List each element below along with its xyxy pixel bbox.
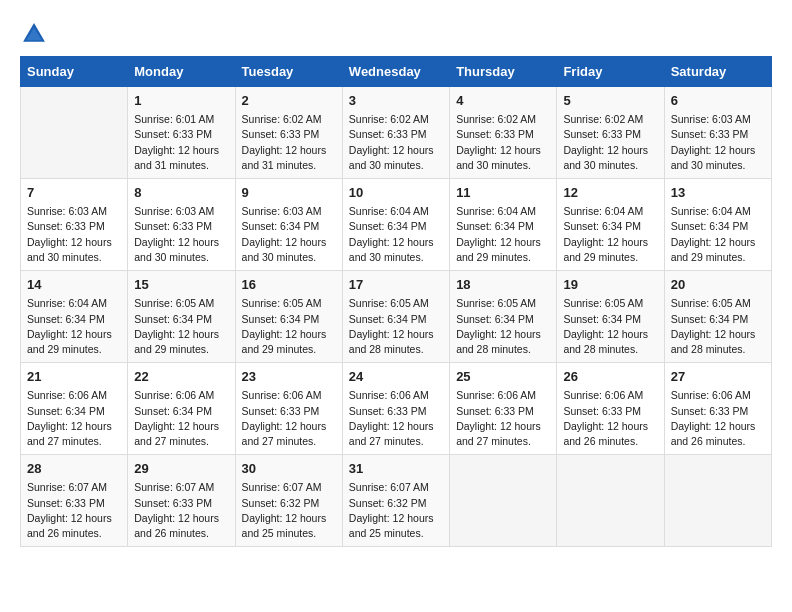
day-number: 10 [349,184,443,202]
col-header-thursday: Thursday [450,57,557,87]
day-info: Sunrise: 6:06 AMSunset: 6:33 PMDaylight:… [671,389,756,447]
calendar-cell: 24Sunrise: 6:06 AMSunset: 6:33 PMDayligh… [342,363,449,455]
calendar-cell [21,87,128,179]
calendar-cell: 16Sunrise: 6:05 AMSunset: 6:34 PMDayligh… [235,271,342,363]
page-header [20,20,772,48]
calendar-cell: 1Sunrise: 6:01 AMSunset: 6:33 PMDaylight… [128,87,235,179]
calendar-cell: 2Sunrise: 6:02 AMSunset: 6:33 PMDaylight… [235,87,342,179]
day-number: 4 [456,92,550,110]
day-number: 16 [242,276,336,294]
calendar-cell: 13Sunrise: 6:04 AMSunset: 6:34 PMDayligh… [664,179,771,271]
day-info: Sunrise: 6:07 AMSunset: 6:33 PMDaylight:… [134,481,219,539]
day-info: Sunrise: 6:04 AMSunset: 6:34 PMDaylight:… [27,297,112,355]
calendar-cell: 19Sunrise: 6:05 AMSunset: 6:34 PMDayligh… [557,271,664,363]
day-number: 9 [242,184,336,202]
calendar-cell: 14Sunrise: 6:04 AMSunset: 6:34 PMDayligh… [21,271,128,363]
calendar-cell: 7Sunrise: 6:03 AMSunset: 6:33 PMDaylight… [21,179,128,271]
day-info: Sunrise: 6:05 AMSunset: 6:34 PMDaylight:… [456,297,541,355]
day-info: Sunrise: 6:04 AMSunset: 6:34 PMDaylight:… [563,205,648,263]
calendar-cell [557,455,664,547]
calendar-cell: 18Sunrise: 6:05 AMSunset: 6:34 PMDayligh… [450,271,557,363]
calendar-cell: 21Sunrise: 6:06 AMSunset: 6:34 PMDayligh… [21,363,128,455]
day-info: Sunrise: 6:06 AMSunset: 6:33 PMDaylight:… [563,389,648,447]
day-info: Sunrise: 6:03 AMSunset: 6:34 PMDaylight:… [242,205,327,263]
day-info: Sunrise: 6:03 AMSunset: 6:33 PMDaylight:… [27,205,112,263]
day-number: 22 [134,368,228,386]
calendar-cell: 29Sunrise: 6:07 AMSunset: 6:33 PMDayligh… [128,455,235,547]
calendar-header-row: SundayMondayTuesdayWednesdayThursdayFrid… [21,57,772,87]
calendar-cell [450,455,557,547]
calendar-cell: 26Sunrise: 6:06 AMSunset: 6:33 PMDayligh… [557,363,664,455]
calendar-week-row: 28Sunrise: 6:07 AMSunset: 6:33 PMDayligh… [21,455,772,547]
calendar-cell: 3Sunrise: 6:02 AMSunset: 6:33 PMDaylight… [342,87,449,179]
day-number: 27 [671,368,765,386]
logo [20,20,52,48]
day-number: 30 [242,460,336,478]
day-number: 29 [134,460,228,478]
col-header-tuesday: Tuesday [235,57,342,87]
calendar-cell: 4Sunrise: 6:02 AMSunset: 6:33 PMDaylight… [450,87,557,179]
day-info: Sunrise: 6:03 AMSunset: 6:33 PMDaylight:… [134,205,219,263]
day-number: 1 [134,92,228,110]
day-info: Sunrise: 6:01 AMSunset: 6:33 PMDaylight:… [134,113,219,171]
day-info: Sunrise: 6:06 AMSunset: 6:34 PMDaylight:… [27,389,112,447]
day-number: 20 [671,276,765,294]
day-info: Sunrise: 6:04 AMSunset: 6:34 PMDaylight:… [349,205,434,263]
col-header-saturday: Saturday [664,57,771,87]
logo-icon [20,20,48,48]
day-info: Sunrise: 6:02 AMSunset: 6:33 PMDaylight:… [242,113,327,171]
calendar-cell: 25Sunrise: 6:06 AMSunset: 6:33 PMDayligh… [450,363,557,455]
calendar-cell: 27Sunrise: 6:06 AMSunset: 6:33 PMDayligh… [664,363,771,455]
day-info: Sunrise: 6:04 AMSunset: 6:34 PMDaylight:… [456,205,541,263]
day-info: Sunrise: 6:02 AMSunset: 6:33 PMDaylight:… [349,113,434,171]
day-number: 28 [27,460,121,478]
day-info: Sunrise: 6:07 AMSunset: 6:32 PMDaylight:… [242,481,327,539]
col-header-friday: Friday [557,57,664,87]
day-number: 25 [456,368,550,386]
day-info: Sunrise: 6:06 AMSunset: 6:33 PMDaylight:… [456,389,541,447]
col-header-monday: Monday [128,57,235,87]
day-number: 23 [242,368,336,386]
day-number: 7 [27,184,121,202]
day-info: Sunrise: 6:02 AMSunset: 6:33 PMDaylight:… [563,113,648,171]
calendar-cell: 8Sunrise: 6:03 AMSunset: 6:33 PMDaylight… [128,179,235,271]
calendar-cell: 6Sunrise: 6:03 AMSunset: 6:33 PMDaylight… [664,87,771,179]
calendar-cell: 20Sunrise: 6:05 AMSunset: 6:34 PMDayligh… [664,271,771,363]
calendar-cell: 11Sunrise: 6:04 AMSunset: 6:34 PMDayligh… [450,179,557,271]
calendar-cell: 12Sunrise: 6:04 AMSunset: 6:34 PMDayligh… [557,179,664,271]
day-number: 2 [242,92,336,110]
day-number: 13 [671,184,765,202]
calendar-cell: 22Sunrise: 6:06 AMSunset: 6:34 PMDayligh… [128,363,235,455]
calendar-week-row: 7Sunrise: 6:03 AMSunset: 6:33 PMDaylight… [21,179,772,271]
calendar-cell: 23Sunrise: 6:06 AMSunset: 6:33 PMDayligh… [235,363,342,455]
day-info: Sunrise: 6:05 AMSunset: 6:34 PMDaylight:… [349,297,434,355]
day-number: 8 [134,184,228,202]
day-number: 11 [456,184,550,202]
day-info: Sunrise: 6:05 AMSunset: 6:34 PMDaylight:… [242,297,327,355]
calendar-week-row: 1Sunrise: 6:01 AMSunset: 6:33 PMDaylight… [21,87,772,179]
day-number: 24 [349,368,443,386]
day-number: 3 [349,92,443,110]
day-info: Sunrise: 6:05 AMSunset: 6:34 PMDaylight:… [671,297,756,355]
day-info: Sunrise: 6:02 AMSunset: 6:33 PMDaylight:… [456,113,541,171]
day-info: Sunrise: 6:07 AMSunset: 6:33 PMDaylight:… [27,481,112,539]
calendar-cell: 28Sunrise: 6:07 AMSunset: 6:33 PMDayligh… [21,455,128,547]
day-number: 31 [349,460,443,478]
day-info: Sunrise: 6:06 AMSunset: 6:34 PMDaylight:… [134,389,219,447]
calendar-cell: 5Sunrise: 6:02 AMSunset: 6:33 PMDaylight… [557,87,664,179]
day-number: 12 [563,184,657,202]
day-number: 18 [456,276,550,294]
col-header-wednesday: Wednesday [342,57,449,87]
day-info: Sunrise: 6:06 AMSunset: 6:33 PMDaylight:… [242,389,327,447]
day-info: Sunrise: 6:07 AMSunset: 6:32 PMDaylight:… [349,481,434,539]
day-info: Sunrise: 6:06 AMSunset: 6:33 PMDaylight:… [349,389,434,447]
calendar-cell: 15Sunrise: 6:05 AMSunset: 6:34 PMDayligh… [128,271,235,363]
day-info: Sunrise: 6:05 AMSunset: 6:34 PMDaylight:… [134,297,219,355]
day-number: 19 [563,276,657,294]
calendar-cell: 30Sunrise: 6:07 AMSunset: 6:32 PMDayligh… [235,455,342,547]
calendar-week-row: 14Sunrise: 6:04 AMSunset: 6:34 PMDayligh… [21,271,772,363]
day-number: 21 [27,368,121,386]
day-number: 26 [563,368,657,386]
day-number: 17 [349,276,443,294]
col-header-sunday: Sunday [21,57,128,87]
